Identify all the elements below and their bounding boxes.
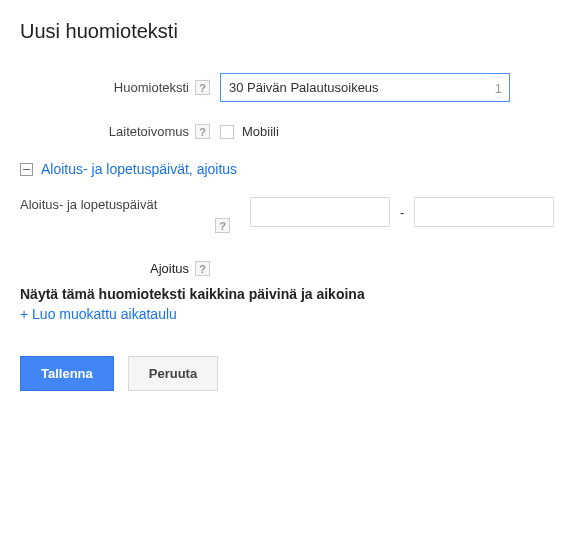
row-dates: Aloitus- ja lopetuspäivät ? - (20, 197, 562, 233)
date-separator: - (400, 205, 404, 220)
page-title: Uusi huomioteksti (20, 20, 562, 43)
mobiili-checkbox[interactable] (220, 125, 234, 139)
row-huomioteksti: Huomioteksti ? 1 (20, 73, 562, 102)
label-ajoitus: Ajoitus ? (20, 261, 220, 276)
help-icon[interactable]: ? (195, 261, 210, 276)
start-date-input[interactable] (250, 197, 390, 227)
label-text: Ajoitus (150, 261, 189, 276)
cancel-button[interactable]: Peruuta (128, 356, 218, 391)
label-text: Laitetoivomus (109, 124, 189, 139)
collapse-icon[interactable] (20, 163, 33, 176)
label-text: Aloitus- ja lopetuspäivät (20, 197, 157, 212)
huomioteksti-input-wrap: 1 (220, 73, 510, 102)
schedule-description: Näytä tämä huomioteksti kaikkina päivinä… (20, 286, 562, 302)
section-link[interactable]: Aloitus- ja lopetuspäivät, ajoitus (41, 161, 237, 177)
row-ajoitus: Ajoitus ? (20, 261, 562, 276)
label-text: Huomioteksti (114, 80, 189, 95)
mobiili-checkbox-wrap: Mobiili (220, 124, 279, 139)
section-header: Aloitus- ja lopetuspäivät, ajoitus (20, 161, 562, 177)
button-row: Tallenna Peruuta (20, 356, 562, 391)
huomioteksti-input[interactable] (220, 73, 510, 102)
help-icon[interactable]: ? (195, 124, 210, 139)
end-date-input[interactable] (414, 197, 554, 227)
create-schedule-link[interactable]: + Luo muokattu aikataulu (20, 306, 177, 322)
label-dates: Aloitus- ja lopetuspäivät ? (20, 197, 250, 233)
mobiili-label: Mobiili (242, 124, 279, 139)
date-inputs: - (250, 197, 554, 227)
row-laitetoivomus: Laitetoivomus ? Mobiili (20, 124, 562, 139)
help-icon[interactable]: ? (195, 80, 210, 95)
label-laitetoivomus: Laitetoivomus ? (20, 124, 220, 139)
save-button[interactable]: Tallenna (20, 356, 114, 391)
label-huomioteksti: Huomioteksti ? (20, 80, 220, 95)
char-counter: 1 (495, 80, 502, 95)
help-icon[interactable]: ? (215, 218, 230, 233)
